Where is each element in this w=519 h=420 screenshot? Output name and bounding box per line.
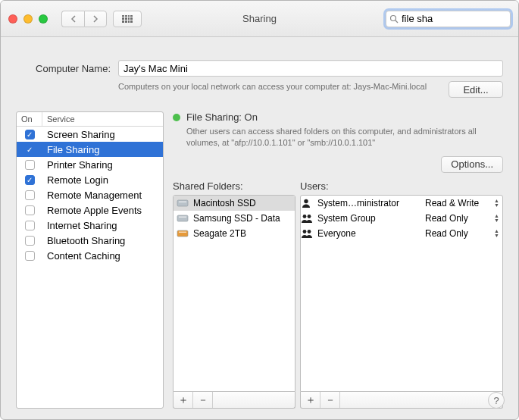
service-label: Remote Login xyxy=(42,174,163,186)
edit-button[interactable]: Edit... xyxy=(449,81,503,98)
users-column: Users: System…ministratorRead & Write▲▼S… xyxy=(300,180,503,409)
service-label: Remote Apple Events xyxy=(42,205,163,216)
search-input[interactable] xyxy=(402,13,519,24)
computer-name-input[interactable] xyxy=(118,60,503,77)
computer-name-label: Computer Name: xyxy=(16,63,111,74)
service-checkbox[interactable] xyxy=(25,205,35,215)
remove-folder-button[interactable]: － xyxy=(193,392,213,408)
service-checkbox[interactable]: ✓ xyxy=(25,145,35,155)
minimize-icon[interactable] xyxy=(23,14,33,24)
content-area: Computer Name: Computers on your local n… xyxy=(1,37,518,419)
service-checkbox[interactable] xyxy=(25,221,35,230)
shared-folders-label: Shared Folders: xyxy=(173,180,295,192)
service-label: Printer Sharing xyxy=(42,159,163,171)
folders-addremove: ＋ － xyxy=(173,392,295,409)
service-row[interactable]: Content Caching xyxy=(17,248,163,263)
users-label: Users: xyxy=(300,180,503,192)
service-checkbox[interactable]: ✓ xyxy=(25,130,35,139)
stepper-icon[interactable]: ▲▼ xyxy=(494,199,499,208)
services-header-on: On xyxy=(17,112,42,126)
folder-row[interactable]: Seagate 2TB xyxy=(174,226,295,241)
svg-rect-2 xyxy=(177,200,188,206)
svg-rect-7 xyxy=(179,231,186,233)
status-indicator-icon xyxy=(173,114,180,121)
service-label: Internet Sharing xyxy=(42,220,163,231)
service-label: Screen Sharing xyxy=(42,129,163,140)
right-pane: File Sharing: On Other users can access … xyxy=(173,111,503,409)
service-label: Bluetooth Sharing xyxy=(42,235,163,246)
user-permission[interactable]: Read Only▲▼ xyxy=(425,213,502,224)
computer-name-desc-row: Computers on your local network can acce… xyxy=(16,81,503,98)
svg-point-12 xyxy=(308,230,311,234)
user-row[interactable]: System…ministratorRead & Write▲▼ xyxy=(301,196,502,211)
svg-point-8 xyxy=(304,199,308,202)
services-table: On Service ✓Screen Sharing✓File SharingP… xyxy=(16,111,164,409)
permission-label: Read Only xyxy=(425,228,468,239)
service-row[interactable]: Bluetooth Sharing xyxy=(17,233,163,248)
computer-name-row: Computer Name: xyxy=(16,60,503,77)
add-user-button[interactable]: ＋ xyxy=(301,392,320,408)
disk-icon xyxy=(177,229,189,238)
shared-folders-list[interactable]: Macintosh SSDSamsung SSD - DataSeagate 2… xyxy=(173,195,295,392)
window-title: Sharing xyxy=(242,13,277,24)
service-checkbox[interactable] xyxy=(25,190,35,200)
search-icon xyxy=(389,14,399,24)
disk-icon xyxy=(177,199,189,208)
svg-point-10 xyxy=(308,215,311,218)
options-button[interactable]: Options... xyxy=(441,156,503,173)
user-name: Everyone xyxy=(316,228,425,239)
disk-icon xyxy=(177,214,189,223)
stepper-icon[interactable]: ▲▼ xyxy=(494,229,499,238)
folder-row[interactable]: Samsung SSD - Data xyxy=(174,211,295,226)
search-field[interactable]: ✕ xyxy=(386,11,511,27)
svg-rect-3 xyxy=(179,201,186,202)
services-header-service: Service xyxy=(42,112,163,126)
services-header: On Service xyxy=(17,112,163,127)
users-addremove: ＋ － xyxy=(300,392,503,409)
folder-user-columns: Shared Folders: Macintosh SSDSamsung SSD… xyxy=(173,180,503,409)
user-permission[interactable]: Read Only▲▼ xyxy=(425,228,502,239)
remove-user-button[interactable]: － xyxy=(320,392,340,408)
people-icon xyxy=(301,228,316,239)
service-row[interactable]: Internet Sharing xyxy=(17,218,163,233)
zoom-icon[interactable] xyxy=(39,14,48,24)
people-icon xyxy=(301,213,316,224)
svg-point-0 xyxy=(391,15,396,20)
folder-row[interactable]: Macintosh SSD xyxy=(174,196,295,211)
user-permission[interactable]: Read & Write▲▼ xyxy=(425,198,502,208)
service-checkbox[interactable]: ✓ xyxy=(25,175,35,185)
sharing-prefpane-window: Sharing ✕ Computer Name: Computers on yo… xyxy=(0,0,519,420)
service-row[interactable]: Remote Apple Events xyxy=(17,202,163,218)
user-row[interactable]: EveryoneRead Only▲▼ xyxy=(301,226,502,241)
svg-line-1 xyxy=(396,20,398,23)
service-row[interactable]: ✓Screen Sharing xyxy=(17,127,163,142)
service-row[interactable]: ✓File Sharing xyxy=(17,142,163,157)
users-list[interactable]: System…ministratorRead & Write▲▼System G… xyxy=(300,195,503,392)
person-icon xyxy=(301,198,316,208)
svg-rect-4 xyxy=(177,215,188,221)
forward-button[interactable] xyxy=(84,11,107,27)
back-button[interactable] xyxy=(61,11,84,27)
help-button[interactable]: ? xyxy=(488,392,505,409)
folder-name: Samsung SSD - Data xyxy=(193,213,280,224)
service-label: Remote Management xyxy=(42,190,163,201)
titlebar: Sharing ✕ xyxy=(1,1,518,37)
service-checkbox[interactable] xyxy=(25,160,35,170)
user-row[interactable]: System GroupRead Only▲▼ xyxy=(301,211,502,226)
status-desc: Other users can access shared folders on… xyxy=(173,126,503,149)
service-row[interactable]: Remote Management xyxy=(17,187,163,202)
service-checkbox[interactable] xyxy=(25,236,35,246)
service-row[interactable]: ✓Remote Login xyxy=(17,172,163,187)
window-controls xyxy=(8,14,48,24)
service-row[interactable]: Printer Sharing xyxy=(17,157,163,172)
permission-label: Read Only xyxy=(425,213,468,224)
show-all-button[interactable] xyxy=(113,11,142,27)
add-folder-button[interactable]: ＋ xyxy=(174,392,193,408)
close-icon[interactable] xyxy=(8,14,17,24)
user-name: System Group xyxy=(316,213,425,224)
service-checkbox[interactable] xyxy=(25,251,35,261)
svg-rect-5 xyxy=(179,216,186,218)
stepper-icon[interactable]: ▲▼ xyxy=(494,214,499,223)
status-title: File Sharing: On xyxy=(186,111,258,123)
folder-name: Seagate 2TB xyxy=(193,228,246,239)
